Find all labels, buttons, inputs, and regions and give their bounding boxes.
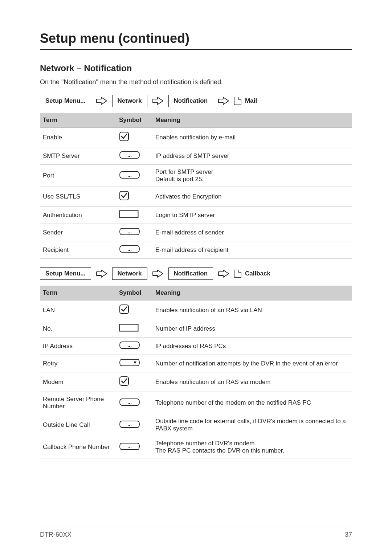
svg-rect-8 bbox=[120, 324, 138, 331]
svg-text:...: ... bbox=[127, 172, 132, 178]
cell-meaning: E-mail address of recipient bbox=[152, 241, 352, 259]
th-meaning: Meaning bbox=[152, 286, 352, 301]
cell-meaning: Telephone number of the modem on the not… bbox=[152, 392, 352, 414]
rect-icon bbox=[119, 324, 139, 334]
cell-symbol bbox=[116, 128, 152, 147]
table-row: Use SSL/TLSActivates the Encryption bbox=[40, 187, 352, 207]
cell-meaning: IP addresses of RAS PCs bbox=[152, 338, 352, 355]
cell-term: Recipient bbox=[40, 241, 116, 259]
table-row: Outside Line Call...Outside line code fo… bbox=[40, 414, 352, 436]
cell-term: IP Address bbox=[40, 338, 116, 355]
page-footer: DTR-60XX 37 bbox=[40, 527, 352, 539]
cell-term: Use SSL/TLS bbox=[40, 187, 116, 207]
cell-symbol: ... bbox=[116, 436, 152, 458]
table-row: RetryNumber of notification attempts by … bbox=[40, 355, 352, 372]
breadcrumb-notification: Notification bbox=[168, 267, 213, 280]
table-callback: Term Symbol Meaning LANEnables notificat… bbox=[40, 286, 352, 458]
cell-term: Outside Line Call bbox=[40, 414, 116, 436]
table-row: LANEnables notification of an RAS via LA… bbox=[40, 301, 352, 320]
breadcrumb-mail: Setup Menu... Network Notification Mail bbox=[40, 95, 352, 107]
th-symbol: Symbol bbox=[116, 286, 152, 301]
breadcrumb-notification: Notification bbox=[168, 95, 213, 107]
arrow-icon bbox=[96, 97, 107, 105]
th-meaning: Meaning bbox=[152, 113, 352, 128]
cell-symbol bbox=[116, 320, 152, 338]
th-term: Term bbox=[40, 286, 116, 301]
svg-text:...: ... bbox=[127, 342, 132, 348]
svg-rect-3 bbox=[120, 191, 128, 200]
cell-term: Sender bbox=[40, 224, 116, 241]
cell-symbol bbox=[116, 355, 152, 372]
textfield-icon: ... bbox=[119, 420, 140, 430]
textfield-icon: ... bbox=[119, 228, 140, 237]
breadcrumb-setup: Setup Menu... bbox=[40, 267, 91, 280]
checkbox-icon bbox=[119, 376, 129, 388]
breadcrumb-leaf: Mail bbox=[245, 97, 257, 105]
cell-symbol: ... bbox=[116, 414, 152, 436]
breadcrumb-leaf: Callback bbox=[245, 270, 270, 277]
cell-symbol: ... bbox=[116, 147, 152, 165]
cell-symbol: ... bbox=[116, 224, 152, 241]
textfield-icon: ... bbox=[119, 245, 140, 255]
cell-term: LAN bbox=[40, 301, 116, 320]
cell-meaning: Telephone number of DVR's modemThe RAS P… bbox=[152, 436, 352, 458]
cell-meaning: Login to SMTP server bbox=[152, 207, 352, 224]
textfield-icon: ... bbox=[119, 398, 140, 408]
th-term: Term bbox=[40, 113, 116, 128]
table-row: ModemEnables notification of an RAS via … bbox=[40, 372, 352, 392]
cell-symbol: ... bbox=[116, 241, 152, 259]
cell-meaning: Number of IP address bbox=[152, 320, 352, 338]
cell-symbol bbox=[116, 187, 152, 207]
svg-rect-0 bbox=[120, 132, 128, 141]
checkbox-icon bbox=[119, 304, 129, 316]
textfield-icon: ... bbox=[119, 151, 140, 161]
dropdown-icon bbox=[119, 359, 140, 368]
footer-page-number: 37 bbox=[345, 531, 352, 539]
cell-symbol bbox=[116, 207, 152, 224]
breadcrumb-network: Network bbox=[112, 95, 147, 107]
textfield-icon: ... bbox=[119, 341, 140, 351]
cell-term: Retry bbox=[40, 355, 116, 372]
page-icon bbox=[234, 97, 241, 105]
cell-meaning: Enables notification by e-mail bbox=[152, 128, 352, 147]
cell-term: Enable bbox=[40, 128, 116, 147]
table-row: EnableEnables notification by e-mail bbox=[40, 128, 352, 147]
checkbox-icon bbox=[119, 131, 129, 143]
cell-symbol bbox=[116, 372, 152, 392]
table-row: Port...Port for SMTP serverDefault is po… bbox=[40, 165, 352, 187]
cell-symbol: ... bbox=[116, 338, 152, 355]
footer-model: DTR-60XX bbox=[40, 531, 72, 539]
cell-meaning: IP address of SMTP server bbox=[152, 147, 352, 165]
intro-text: On the "Notification" menu the method of… bbox=[40, 78, 352, 86]
breadcrumb-setup: Setup Menu... bbox=[40, 95, 91, 107]
breadcrumb-network: Network bbox=[112, 267, 147, 280]
table-row: Recipient...E-mail address of recipient bbox=[40, 241, 352, 259]
th-symbol: Symbol bbox=[116, 113, 152, 128]
checkbox-icon bbox=[119, 191, 129, 203]
cell-term: Modem bbox=[40, 372, 116, 392]
cell-meaning: E-mail address of sender bbox=[152, 224, 352, 241]
cell-term: No. bbox=[40, 320, 116, 338]
svg-text:...: ... bbox=[127, 443, 132, 449]
svg-rect-7 bbox=[120, 305, 128, 314]
svg-rect-10 bbox=[120, 377, 128, 385]
section-title: Network – Notification bbox=[40, 63, 352, 73]
cell-meaning: Enables notification of an RAS via modem bbox=[152, 372, 352, 392]
textfield-icon: ... bbox=[119, 171, 140, 181]
table-row: Remote Server Phone Number...Telephone n… bbox=[40, 392, 352, 414]
page-icon bbox=[234, 270, 241, 278]
table-row: AuthenticationLogin to SMTP server bbox=[40, 207, 352, 224]
arrow-icon bbox=[218, 270, 229, 278]
svg-rect-4 bbox=[120, 211, 138, 218]
table-row: IP Address...IP addresses of RAS PCs bbox=[40, 338, 352, 355]
cell-meaning: Port for SMTP serverDefault is port 25. bbox=[152, 165, 352, 187]
cell-term: Remote Server Phone Number bbox=[40, 392, 116, 414]
table-mail: Term Symbol Meaning EnableEnables notifi… bbox=[40, 113, 352, 259]
cell-term: SMTP Server bbox=[40, 147, 116, 165]
cell-term: Authentication bbox=[40, 207, 116, 224]
arrow-icon bbox=[152, 97, 163, 105]
svg-text:...: ... bbox=[127, 229, 132, 234]
breadcrumb-callback: Setup Menu... Network Notification Callb… bbox=[40, 267, 352, 280]
textfield-icon: ... bbox=[119, 442, 140, 452]
rect-icon bbox=[119, 210, 139, 220]
